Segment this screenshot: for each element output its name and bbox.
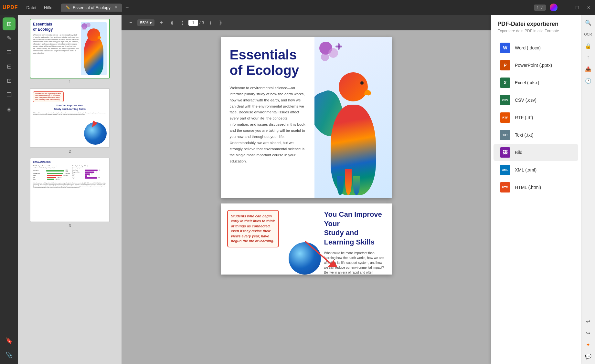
export-html[interactable]: HTM HTML (.html) [494,179,578,196]
inbox-icon-btn[interactable]: 📥 [583,64,593,74]
export-txt[interactable]: TXT Text (.txt) [494,127,578,143]
sidebar-icon-list[interactable]: ☰ [3,46,16,59]
export-panel: PDF-Datei exportieren Exportiere dein PD… [491,15,581,364]
sidebar-icon-thumbnails[interactable]: ⊞ [3,17,16,30]
sparkle-icon-btn[interactable]: ✦ [583,339,593,350]
zoom-out-button[interactable]: − [127,18,135,27]
menu-hilfe[interactable]: Hilfe [41,4,56,11]
page2-callout-box: Students who can begin early in their li… [227,210,279,247]
zoom-in-button[interactable]: + [157,18,165,27]
titlebar: UPDF Datei Hilfe ✏️ Essential of Ecology… [0,0,595,15]
page1-body-text: Welcome to environmental science—an inte… [230,85,305,165]
thumbnail-1-num: 1 [69,80,71,84]
thumbnail-page-1[interactable]: Essentialsof Ecology Welcome to environm… [30,19,110,78]
tab-edit-icon: ✏️ [65,5,70,10]
sidebar-icon-copy[interactable]: ❐ [3,88,16,101]
thumbnail-2-num: 2 [69,149,71,154]
page1-left-content: Essentialsof Ecology Welcome to environm… [221,37,314,198]
sidebar-icon-clip[interactable]: 📎 [3,348,16,361]
user-avatar[interactable] [550,4,558,11]
rtf-icon: RTF [500,112,510,123]
comment-icon-btn[interactable]: 💬 [583,351,593,361]
maximize-button[interactable]: ☐ [573,5,581,11]
app-logo: UPDF [3,5,18,10]
csv-icon: CSV [500,95,510,105]
menu-datei[interactable]: Datei [23,4,39,11]
xml-icon: XML [500,165,510,175]
sidebar-right: 🔍 OCR 🔒 ↑ 📥 🕐 ↩ ↪ ✦ 💬 [581,15,595,364]
content-area: − 55% ▾ + ⟪ ⟨ / 3 ⟩ ⟫ Essentialsof Ecolo… [122,15,491,364]
close-button[interactable]: ✕ [585,5,592,11]
pages-area: Essentialsof Ecology Welcome to environm… [122,30,491,364]
export-header: PDF-Datei exportieren Exportiere dein PD… [491,15,581,36]
zoom-level-display[interactable]: 55% ▾ [137,19,154,26]
export-csv[interactable]: CSV CSV (.csv) [494,92,578,109]
bild-icon: 🖼 [500,147,510,158]
red-arrow-annotation [305,241,337,268]
zoom-dropdown-icon: ▾ [150,20,152,25]
nav-last-button[interactable]: ⟫ [217,18,225,27]
thumb1-body: Welcome to environmental science—an inte… [33,34,79,54]
new-tab-button[interactable]: + [123,4,131,11]
rtf-label: RTF (.rtf) [515,115,533,120]
tab-close-button[interactable]: ✕ [114,5,118,10]
thumb2-title: You Can Improve YourStudy and Learning S… [33,104,107,111]
undo-icon-btn[interactable]: ↩ [583,316,593,327]
share-icon-btn[interactable]: ↑ [583,52,593,63]
thumb2-body: What could be more important than learni… [33,112,107,115]
thumbnail-3-num: 3 [69,224,71,228]
sidebar-icon-pen[interactable]: ✎ [3,32,16,45]
csv-label: CSV (.csv) [515,98,537,103]
export-title: PDF-Datei exportieren [497,21,574,27]
ppt-icon: P [500,60,510,70]
word-label: Word (.docx) [515,45,541,50]
word-icon: W [500,43,510,53]
search-icon-btn[interactable]: 🔍 [583,17,593,28]
thumb1-title: Essentialsof Ecology [33,22,79,32]
export-xml[interactable]: XML XML (.xml) [494,161,578,178]
page-separator: / [199,20,201,25]
export-word[interactable]: W Word (.docx) [494,39,578,56]
minimize-button[interactable]: — [561,5,569,11]
excel-icon: X [500,78,510,88]
export-list: W Word (.docx) P PowerPoint (.pptx) X Ex… [491,36,581,364]
export-ppt[interactable]: P PowerPoint (.pptx) [494,57,578,74]
xml-label: XML (.xml) [515,167,537,172]
ocr-icon-btn[interactable]: OCR [583,29,593,39]
txt-label: Text (.txt) [515,132,534,138]
export-bild[interactable]: 🖼 Bild [494,144,578,161]
export-excel[interactable]: X Excel (.xlsx) [494,74,578,91]
txt-icon: TXT [500,130,510,140]
protect-icon-btn[interactable]: 🔒 [583,41,593,51]
titlebar-tabs: ✏️ Essential of Ecology ✕ + [61,4,534,12]
export-subtitle: Exportiere dein PDF in alle Formate [497,29,574,33]
redo-icon-btn[interactable]: ↪ [583,328,593,338]
excel-label: Excel (.xlsx) [515,80,539,85]
svg-line-1 [305,241,331,264]
thumbnail-panel: Essentialsof Ecology Welcome to environm… [18,15,122,364]
nav-next-button[interactable]: ⟩ [207,18,214,27]
nav-prev-button[interactable]: ⟨ [179,18,186,27]
thumb3-title: DATA ANALYSIS [33,161,107,163]
thumbnail-1: Essentialsof Ecology Welcome to environm… [22,19,118,84]
export-rtf[interactable]: RTF RTF (.rtf) [494,109,578,126]
pdf-page-2: Students who can begin early in their li… [221,203,392,275]
pdf-page-1: Essentialsof Ecology Welcome to environm… [221,37,392,198]
tab-label: Essential of Ecology [73,5,111,10]
thumbnail-page-2[interactable]: Students who can begin early in their li… [30,88,110,148]
sidebar-icon-pages[interactable]: ⊟ [3,60,16,73]
thumbnail-page-3[interactable]: DATA ANALYSIS Total Ecological Footprint… [30,158,110,222]
page1-main-title: Essentialsof Ecology [230,47,305,78]
active-tab[interactable]: ✏️ Essential of Ecology ✕ [61,4,122,12]
sidebar-icon-layers[interactable]: ◈ [3,103,16,116]
history-icon-btn[interactable]: 🕐 [583,76,593,86]
page-number-input[interactable] [188,20,198,26]
nav-first-button[interactable]: ⟪ [168,18,176,27]
toolbar: − 55% ▾ + ⟪ ⟨ / 3 ⟩ ⟫ [122,15,491,30]
sidebar-icon-bookmark[interactable]: 🔖 [3,334,16,347]
thumbnail-3: DATA ANALYSIS Total Ecological Footprint… [22,158,118,228]
page-count-indicator[interactable]: 1 ∨ [534,5,546,11]
sidebar-icon-scan[interactable]: ⊡ [3,74,16,87]
sidebar-left: ⊞ ✎ ☰ ⊟ ⊡ ❐ ◈ 🔖 📎 [0,15,18,364]
titlebar-controls: 1 ∨ — ☐ ✕ [534,4,592,11]
